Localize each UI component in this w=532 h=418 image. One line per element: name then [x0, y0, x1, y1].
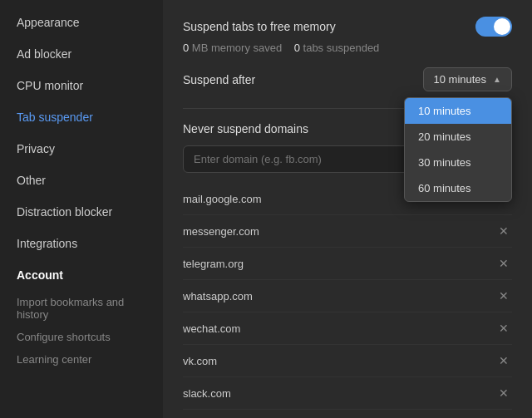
- domain-value: mail.google.com: [183, 193, 262, 205]
- dropdown-option-20[interactable]: 20 minutes: [405, 124, 511, 150]
- sidebar-item-integrations[interactable]: Integrations: [0, 228, 163, 259]
- domain-value: messenger.com: [183, 225, 259, 238]
- domain-item: wechat.com ✕: [183, 312, 512, 345]
- sidebar-item-other-label: Other: [17, 174, 46, 187]
- memory-info: 0 MB memory saved 0 tabs suspended: [183, 42, 512, 54]
- suspend-after-label: Suspend after: [183, 73, 255, 86]
- memory-saved-label: memory saved: [211, 42, 282, 54]
- sidebar-item-privacy[interactable]: Privacy: [0, 133, 163, 165]
- sidebar-item-other[interactable]: Other: [0, 165, 163, 196]
- domain-item: messenger.com ✕: [183, 215, 512, 248]
- domain-item: skype.com ✕: [183, 410, 512, 418]
- dropdown-option-60[interactable]: 60 minutes: [405, 175, 511, 201]
- domain-item: telegram.org ✕: [183, 248, 512, 280]
- toggle-track: [475, 17, 512, 37]
- option-60-label: 60 minutes: [418, 182, 471, 194]
- dropdown-option-10[interactable]: 10 minutes: [405, 98, 511, 124]
- dropdown-container: 10 minutes ▲ 10 minutes 20 minutes 30 mi…: [423, 67, 513, 91]
- domain-list: mail.google.com ✕ messenger.com ✕ telegr…: [183, 183, 512, 418]
- sidebar-item-ad-blocker-label: Ad blocker: [17, 47, 71, 61]
- memory-saved-value: 0: [183, 42, 189, 54]
- sidebar-item-import[interactable]: Import bookmarks and history: [0, 291, 163, 326]
- domain-item: whatsapp.com ✕: [183, 280, 512, 312]
- remove-domain-button[interactable]: ✕: [495, 320, 512, 337]
- sidebar-item-learning[interactable]: Learning center: [0, 348, 163, 371]
- dropdown-option-30[interactable]: 30 minutes: [405, 150, 511, 175]
- domain-value: wechat.com: [183, 322, 240, 335]
- option-20-label: 20 minutes: [418, 130, 471, 143]
- sidebar-item-integrations-label: Integrations: [17, 237, 77, 250]
- sidebar-item-account-label: Account: [17, 268, 63, 282]
- suspend-after-row: Suspend after 10 minutes ▲ 10 minutes 20…: [183, 67, 512, 91]
- domain-value: vk.com: [183, 355, 217, 367]
- option-30-label: 30 minutes: [418, 156, 471, 169]
- tabs-suspended-label: tabs suspended: [303, 42, 380, 54]
- sidebar-item-appearance-label: Appearance: [17, 16, 80, 29]
- remove-domain-button[interactable]: ✕: [495, 352, 512, 369]
- option-10-label: 10 minutes: [418, 105, 471, 117]
- chevron-up-icon: ▲: [493, 75, 501, 84]
- domain-value: telegram.org: [183, 258, 244, 270]
- sidebar-item-cpu-monitor[interactable]: CPU monitor: [0, 70, 163, 101]
- sidebar-item-learning-label: Learning center: [17, 353, 91, 366]
- sidebar-item-shortcuts-label: Configure shortcuts: [17, 331, 111, 343]
- remove-domain-button[interactable]: ✕: [495, 255, 512, 272]
- remove-domain-button[interactable]: ✕: [495, 385, 512, 401]
- suspend-tabs-toggle[interactable]: [475, 17, 512, 37]
- sidebar-item-distraction-blocker[interactable]: Distraction blocker: [0, 196, 163, 228]
- sidebar-item-distraction-blocker-label: Distraction blocker: [17, 205, 112, 219]
- dropdown-menu: 10 minutes 20 minutes 30 minutes 60 minu…: [404, 97, 512, 202]
- sidebar-item-privacy-label: Privacy: [17, 142, 55, 155]
- sidebar-item-ad-blocker[interactable]: Ad blocker: [0, 38, 163, 70]
- sidebar-item-account[interactable]: Account: [0, 259, 163, 291]
- sidebar-item-import-label: Import bookmarks and history: [17, 296, 124, 321]
- domain-value: whatsapp.com: [183, 290, 253, 302]
- domain-item: slack.com ✕: [183, 377, 512, 410]
- sidebar-item-tab-suspender-label: Tab suspender: [17, 111, 93, 124]
- selected-option-label: 10 minutes: [434, 73, 487, 86]
- sidebar: Appearance Ad blocker CPU monitor Tab su…: [0, 0, 163, 418]
- remove-domain-button[interactable]: ✕: [495, 223, 512, 239]
- suspend-tabs-label: Suspend tabs to free memory: [183, 20, 336, 33]
- sidebar-item-cpu-monitor-label: CPU monitor: [17, 79, 83, 92]
- toggle-thumb: [494, 18, 510, 35]
- remove-domain-button[interactable]: ✕: [495, 288, 512, 304]
- suspend-tabs-row: Suspend tabs to free memory: [183, 17, 512, 37]
- memory-unit: MB: [192, 42, 209, 54]
- sidebar-item-appearance[interactable]: Appearance: [0, 7, 163, 38]
- sidebar-item-shortcuts[interactable]: Configure shortcuts: [0, 326, 163, 348]
- tabs-suspended-value: 0: [294, 42, 300, 54]
- domain-value: slack.com: [183, 387, 231, 400]
- main-content: Suspend tabs to free memory 0 MB memory …: [163, 0, 532, 418]
- sidebar-item-tab-suspender[interactable]: Tab suspender: [0, 101, 163, 133]
- domain-item: vk.com ✕: [183, 345, 512, 377]
- suspend-after-dropdown[interactable]: 10 minutes ▲: [423, 67, 513, 91]
